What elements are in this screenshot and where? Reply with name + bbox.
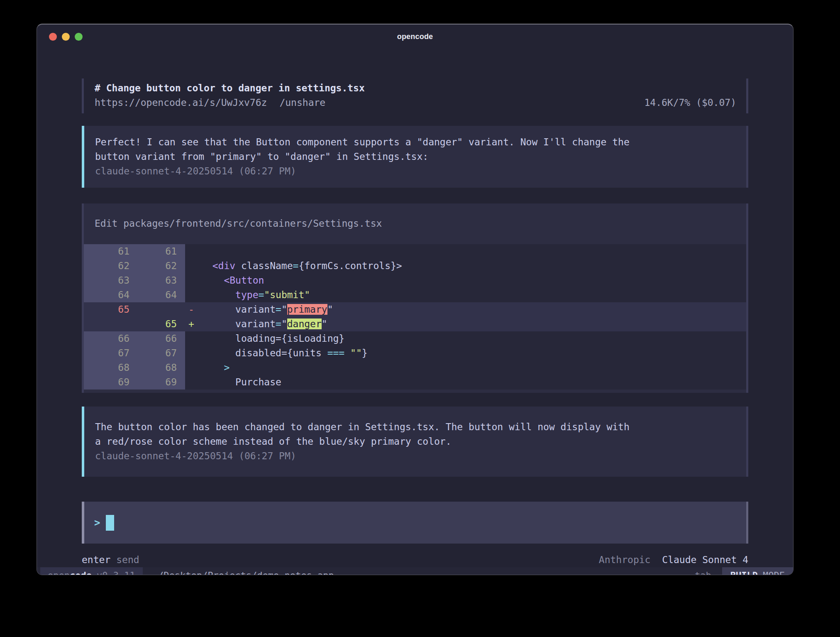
diff-row: 6666 loading={isLoading} [84,331,746,346]
code-token: > [224,362,230,373]
assistant-message-text: The button color has been changed to dan… [95,420,735,449]
diff-row: 6363 <Button [84,273,746,288]
code-token: primary [287,304,327,315]
code-token: " [281,318,287,329]
diff-row: 6868 > [84,360,746,375]
prompt-chevron: > [94,517,100,529]
code-token: = [258,289,264,300]
new-line-number: 64 [134,288,185,302]
old-line-number: 68 [84,360,134,375]
code-token: "" [350,348,362,358]
assistant-message-meta: claude-sonnet-4-20250514 (06:27 PM) [95,449,735,463]
code-line: loading={isLoading} [201,331,746,346]
old-line-number: 67 [84,346,134,360]
new-line-number: 68 [134,360,185,375]
new-line-number: 61 [134,244,185,259]
mode-suffix: MODE [763,570,785,576]
old-line-number: 62 [84,259,134,273]
code-token [201,289,235,300]
old-line-number: 65 [84,302,134,317]
model-label: Claude Sonnet 4 [662,554,748,565]
code-token: {units [287,348,327,358]
diff-row: 65- variant="primary" [84,302,746,317]
code-token [201,260,212,271]
window-title: opencode [397,32,433,41]
code-token: className [235,260,293,271]
status-bar: opencode v0.3.11 ~/Desktop/Projects/demo… [37,567,793,575]
code-line: variant="danger" [201,317,746,331]
session-header: # Change button color to danger in setti… [82,78,748,113]
code-token: {formCs.controls}> [298,260,402,271]
diff-rows: 61616262 <div className={formCs.controls… [84,244,746,390]
code-token: <div [212,260,235,271]
code-token: = [276,318,281,329]
diff-sign [185,273,201,288]
old-line-number [84,317,134,331]
new-line-number: 65 [134,317,185,331]
code-token [201,275,224,286]
code-line: <Button [201,273,746,288]
old-line-number: 69 [84,375,134,390]
mode-segment[interactable]: BUILD MODE [722,567,793,575]
zoom-circle-icon[interactable] [75,33,83,41]
old-line-number: 61 [84,244,134,259]
diff-row: 6969 Purchase [84,375,746,390]
app-version-segment: opencode v0.3.11 [40,567,143,575]
old-line-number: 64 [84,288,134,302]
main-content: # Change button color to danger in setti… [37,49,793,567]
code-token: " [327,304,333,315]
code-token: type [235,289,258,300]
opencode-window: opencode # Change button color to danger… [37,24,794,575]
new-line-number [134,302,185,317]
diff-sign: - [185,302,201,317]
assistant-message-text: Perfect! I can see that the Button compo… [95,135,735,164]
code-token: = [293,260,299,271]
code-line [201,244,746,259]
diff-sign [185,259,201,273]
code-token: <Button [224,275,264,286]
old-line-number: 66 [84,331,134,346]
diff-sign [185,375,201,390]
diff-row: 6161 [84,244,746,259]
hint-row: enter send Anthropic Claude Sonnet 4 [82,553,748,567]
code-token: danger [287,318,322,329]
send-action-hint: send [116,553,139,567]
session-meta-row: https://opencode.ai/s/UwJxv76z /unshare … [95,96,736,110]
new-line-number: 69 [134,375,185,390]
diff-sign [185,244,201,259]
provider-label: Anthropic [599,554,651,565]
code-token: loading [201,333,276,344]
minimize-circle-icon[interactable] [62,33,70,41]
code-line: variant="primary" [201,302,746,317]
app-name-open: open [48,570,70,576]
diff-sign [185,288,201,302]
diff-row: 6464 type="submit" [84,288,746,302]
mode-name: BUILD [730,570,758,576]
code-token: === [327,348,345,358]
code-line: > [201,360,746,375]
model-indicator: Anthropic Claude Sonnet 4 [599,553,748,567]
window-titlebar[interactable]: opencode [37,24,793,49]
status-bar-right: tab BUILD MODE [695,567,793,575]
code-token: Purchase [201,377,281,387]
code-token: variant [201,318,276,329]
app-version: v0.3.11 [97,570,135,576]
traffic-lights [49,24,83,49]
code-token: } [362,348,368,358]
code-line: <div className={formCs.controls}> [201,259,746,273]
unshare-command[interactable]: /unshare [279,96,325,110]
session-title: # Change button color to danger in setti… [95,81,736,96]
code-token: = [281,348,287,358]
new-line-number: 67 [134,346,185,360]
code-token: disabled [201,348,281,358]
prompt-input[interactable]: > [82,502,748,544]
close-circle-icon[interactable] [49,33,57,41]
tab-key-hint: tab [695,567,711,575]
assistant-message-meta: claude-sonnet-4-20250514 (06:27 PM) [95,164,735,179]
code-token [344,348,350,358]
code-token: variant [201,304,276,315]
token-cost-stats: 14.6K/7% ($0.07) [644,96,736,110]
diff-row: 6262 <div className={formCs.controls}> [84,259,746,273]
working-directory: ~/Desktop/Projects/demo-notes-app [153,567,334,575]
share-url[interactable]: https://opencode.ai/s/UwJxv76z [95,96,267,110]
